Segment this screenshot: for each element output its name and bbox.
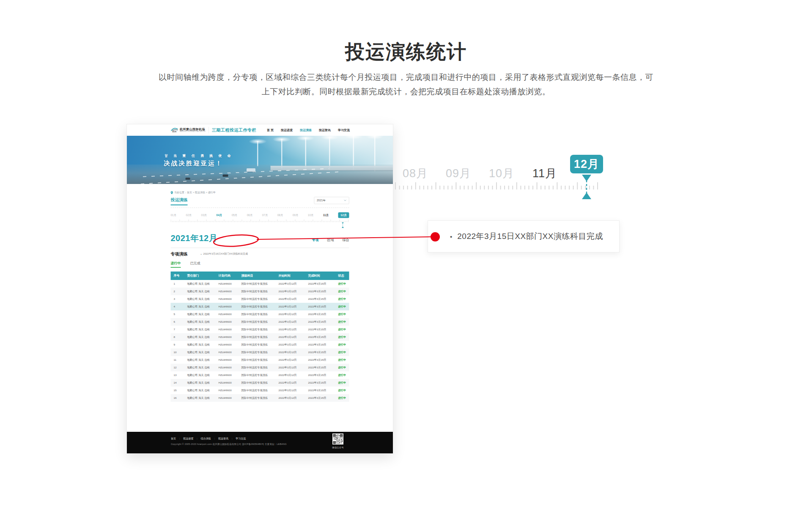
timeline-ruler xyxy=(395,182,600,189)
table-body: 1地勤公司 海关 边检HZLW6600国际中转流程专项演练2022年3月12日2… xyxy=(171,280,349,402)
table-cell: 2022年3月12日 xyxy=(276,389,305,392)
table-cell: 国际中转流程专项演练 xyxy=(239,282,276,286)
period-row: 2021年12月 专项区域综合 xyxy=(171,232,349,244)
ticker-text: 2022年3月15日XX部门XX演练科目完成 xyxy=(203,252,248,256)
table-row[interactable]: 12地勤公司 海关 边检HZLW6600国际中转流程专项演练2022年3月12日… xyxy=(171,364,349,371)
mini-month-badge[interactable]: 12月 xyxy=(338,212,349,218)
table-cell: 国际中转流程专项演练 xyxy=(239,320,276,324)
page: 投运演练统计 以时间轴维为跨度，分专项，区域和综合三类统计每个月投运项目，完成项… xyxy=(0,0,812,513)
footer-link[interactable]: 学习交流 xyxy=(236,437,246,441)
table-cell: 1 xyxy=(171,283,184,285)
table-cell: 国际中转流程专项演练 xyxy=(239,366,276,370)
nav-item[interactable]: 投运资讯 xyxy=(319,128,331,132)
table-row[interactable]: 7地勤公司 海关 边检HZLW6600国际中转流程专项演练2022年3月12日2… xyxy=(171,326,349,333)
mini-month[interactable]: 10月 xyxy=(308,213,314,217)
category-tab[interactable]: 区域 xyxy=(327,238,334,242)
table-cell: 2022年3月12日 xyxy=(276,343,305,347)
callout-card: • 2022年3月15日XX部门XX演练科目完成 xyxy=(428,220,620,252)
table-header-cell: 责任部门 xyxy=(184,274,216,278)
mini-month[interactable]: 03月 xyxy=(201,213,207,217)
category-tab[interactable]: 综合 xyxy=(343,238,349,242)
year-select-value: 2021年 xyxy=(317,199,326,203)
table-cell: 国际中转流程专项演练 xyxy=(239,328,276,332)
footer-link[interactable]: 首页 xyxy=(171,437,176,441)
nav-item[interactable]: 投运演练 xyxy=(300,128,312,132)
table-row[interactable]: 6地勤公司 海关 边检HZLW6600国际中转流程专项演练2022年3月12日2… xyxy=(171,318,349,326)
timeline-month-badge: 12月 xyxy=(570,155,603,173)
table-cell: 16 xyxy=(171,397,184,400)
table-cell: 地勤公司 海关 边检 xyxy=(184,373,216,377)
table-cell: 国际中转流程专项演练 xyxy=(239,335,276,339)
drill-table: 序号责任部门计划代码演练科目开始时间完成时间状态 1地勤公司 海关 边检HZLW… xyxy=(171,272,349,402)
table-row[interactable]: 8地勤公司 海关 边检HZLW6600国际中转流程专项演练2022年3月12日2… xyxy=(171,333,349,341)
page-title: 投运演练统计 xyxy=(0,39,812,65)
status-tab[interactable]: 已完成 xyxy=(190,261,200,268)
mini-month[interactable]: 05月 xyxy=(232,213,238,217)
footer-link[interactable]: 综合演练 xyxy=(201,437,211,441)
table-row[interactable]: 10地勤公司 海关 边检HZLW6600国际中转流程专项演练2022年3月12日… xyxy=(171,348,349,356)
table-cell: 地勤公司 海关 边检 xyxy=(184,328,216,332)
status-tab[interactable]: 进行中 xyxy=(171,261,181,268)
table-cell: 地勤公司 海关 边检 xyxy=(184,351,216,354)
table-row[interactable]: 4地勤公司 海关 边检HZLW6600国际中转流程专项演练2022年3月12日2… xyxy=(171,303,349,310)
category-tab[interactable]: 专项 xyxy=(312,238,319,242)
table-cell: 地勤公司 海关 边检 xyxy=(184,343,216,347)
table-cell: 2022年3月15日 xyxy=(305,343,335,347)
table-cell: HZLW6600 xyxy=(216,359,239,362)
chevron-down-icon xyxy=(344,200,346,201)
mini-month[interactable]: 02月 xyxy=(186,213,192,217)
table-cell: 2022年3月15日 xyxy=(305,320,335,324)
table-row[interactable]: 16地勤公司 海关 边检HZLW6600国际中转流程专项演练2022年3月12日… xyxy=(171,394,349,402)
mini-month[interactable]: 11月 xyxy=(323,213,329,217)
logo-mark-text: HIA xyxy=(172,131,176,133)
mini-month[interactable]: 09月 xyxy=(293,213,299,217)
table-cell: 进行中 xyxy=(335,381,349,385)
nav-item[interactable]: 投运进度 xyxy=(281,128,293,132)
footer-link[interactable]: 投运进度 xyxy=(183,437,193,441)
table-row[interactable]: 3地勤公司 海关 边检HZLW6600国际中转流程专项演练2022年3月12日2… xyxy=(171,295,349,303)
mini-month[interactable]: 06月 xyxy=(247,213,253,217)
table-cell: 国际中转流程专项演练 xyxy=(239,358,276,362)
table-cell: 8 xyxy=(171,336,184,339)
table-cell: 进行中 xyxy=(335,320,349,324)
table-row[interactable]: 5地勤公司 海关 边检HZLW6600国际中转流程专项演练2022年3月12日2… xyxy=(171,310,349,318)
completion-ticker: • 2022年3月15日XX部门XX演练科目完成 xyxy=(201,252,248,256)
table-cell: 2022年3月15日 xyxy=(305,305,335,309)
table-header-cell: 计划代码 xyxy=(216,274,239,278)
divider xyxy=(171,248,349,248)
table-row[interactable]: 11地勤公司 海关 边检HZLW6600国际中转流程专项演练2022年3月12日… xyxy=(171,356,349,364)
mini-month[interactable]: 08月 xyxy=(277,213,283,217)
qr-code-image xyxy=(333,434,343,444)
mini-month[interactable]: 07月 xyxy=(262,213,268,217)
mini-month[interactable]: 01月 xyxy=(171,213,177,217)
site-header-inner: HIA 杭州萧山国际机场 HANGZHOU INTERNATIONAL AIRP… xyxy=(127,124,393,136)
footer-link-separator: | xyxy=(214,438,215,440)
table-row[interactable]: 1地勤公司 海关 边检HZLW6600国际中转流程专项演练2022年3月12日2… xyxy=(171,280,349,288)
year-select[interactable]: 2021年 xyxy=(314,197,349,204)
footer-link[interactable]: 投运资讯 xyxy=(218,437,228,441)
table-cell: 国际中转流程专项演练 xyxy=(239,305,276,309)
table-cell: 地勤公司 海关 边检 xyxy=(184,297,216,301)
table-row[interactable]: 15地勤公司 海关 边检HZLW6600国际中转流程专项演练2022年3月12日… xyxy=(171,387,349,394)
nav-item[interactable]: 首 页 xyxy=(267,128,274,132)
subsection-title: 专项演练 xyxy=(171,251,188,257)
table-cell: 地勤公司 海关 边检 xyxy=(184,290,216,294)
location-pin-icon xyxy=(171,191,173,194)
logo-text: 杭州萧山国际机场 HANGZHOU INTERNATIONAL AIRPORT xyxy=(180,128,206,132)
table-cell: 2022年3月12日 xyxy=(276,373,305,377)
table-row[interactable]: 13地勤公司 海关 边检HZLW6600国际中转流程专项演练2022年3月12日… xyxy=(171,371,349,379)
table-cell: 地勤公司 海关 边检 xyxy=(184,396,216,400)
mini-month[interactable]: 04月 xyxy=(217,213,222,217)
table-cell: 2022年3月12日 xyxy=(276,358,305,362)
table-cell: HZLW6600 xyxy=(216,374,239,377)
nav-item[interactable]: 学习交流 xyxy=(338,128,350,132)
table-cell: 地勤公司 海关 边检 xyxy=(184,282,216,286)
table-row[interactable]: 2地勤公司 海关 边检HZLW6600国际中转流程专项演练2022年3月12日2… xyxy=(171,288,349,295)
table-row[interactable]: 9地勤公司 海关 边检HZLW6600国际中转流程专项演练2022年3月12日2… xyxy=(171,341,349,348)
table-row[interactable]: 14地勤公司 海关 边检HZLW6600国际中转流程专项演练2022年3月12日… xyxy=(171,379,349,387)
table-cell: HZLW6600 xyxy=(216,290,239,293)
page-description-line2: 上下对比判断。同时根据最新完成统计，会把完成项目在标题处滚动播放浏览。 xyxy=(0,86,812,97)
footer-inner: 首页|投运进度|综合演练|投运资讯|学习交流 Copyright © 2005-… xyxy=(127,432,393,446)
footer-link-separator: | xyxy=(232,438,232,440)
logo-divider xyxy=(209,127,209,133)
